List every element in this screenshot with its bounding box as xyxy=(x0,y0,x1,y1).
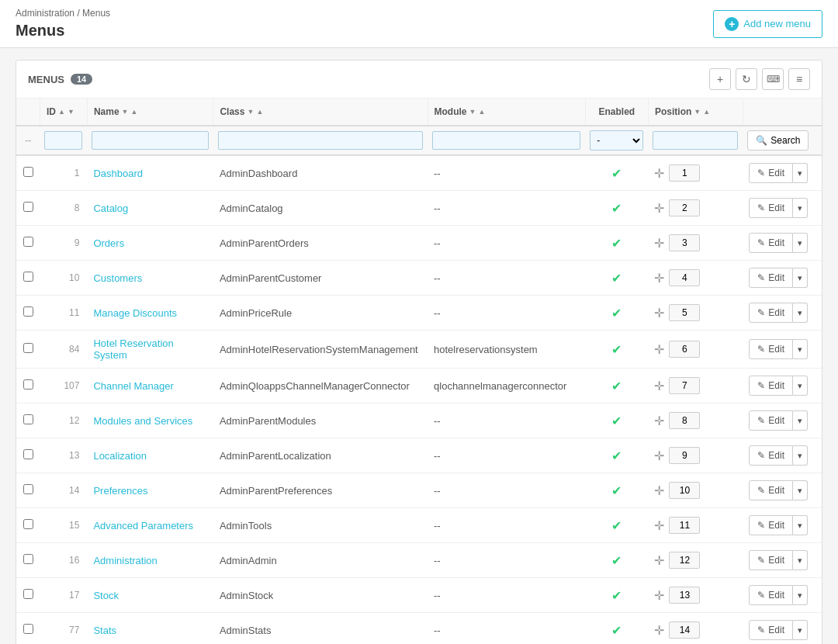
row-name[interactable]: Orders xyxy=(87,226,213,261)
position-input[interactable] xyxy=(669,199,700,216)
edit-dropdown-button[interactable]: ▾ xyxy=(793,268,808,288)
edit-button[interactable]: ✎ Edit xyxy=(749,376,793,396)
drag-handle-icon[interactable]: ✛ xyxy=(654,414,664,428)
row-checkbox[interactable] xyxy=(23,624,33,634)
edit-button[interactable]: ✎ Edit xyxy=(749,233,793,253)
drag-handle-icon[interactable]: ✛ xyxy=(654,518,664,533)
filter-module-input[interactable] xyxy=(432,131,580,150)
filter-id-input[interactable] xyxy=(44,131,82,150)
position-input[interactable] xyxy=(669,621,700,639)
position-input[interactable] xyxy=(669,517,700,534)
edit-button[interactable]: ✎ Edit xyxy=(749,445,793,466)
th-module[interactable]: Module ▼ ▲ xyxy=(428,99,585,126)
row-checkbox[interactable] xyxy=(23,202,33,212)
filter-enabled-select[interactable]: - Yes No xyxy=(590,130,643,151)
drag-handle-icon[interactable]: ✛ xyxy=(654,588,664,603)
edit-button[interactable]: ✎ Edit xyxy=(749,585,793,605)
row-checkbox[interactable] xyxy=(23,343,33,353)
position-input[interactable] xyxy=(669,587,700,604)
th-position[interactable]: Position ▼ ▲ xyxy=(648,99,743,126)
drag-handle-icon[interactable]: ✛ xyxy=(654,271,664,286)
edit-button[interactable]: ✎ Edit xyxy=(749,268,793,288)
edit-dropdown-button[interactable]: ▾ xyxy=(793,163,808,183)
edit-button[interactable]: ✎ Edit xyxy=(749,550,793,570)
th-id[interactable]: ID ▲ ▼ xyxy=(40,99,87,126)
edit-dropdown-button[interactable]: ▾ xyxy=(793,303,808,323)
edit-button[interactable]: ✎ Edit xyxy=(749,198,793,218)
row-checkbox[interactable] xyxy=(23,379,33,390)
row-checkbox[interactable] xyxy=(23,484,33,494)
edit-dropdown-button[interactable]: ▾ xyxy=(793,515,808,535)
edit-button[interactable]: ✎ Edit xyxy=(749,339,793,359)
edit-dropdown-button[interactable]: ▾ xyxy=(793,198,808,218)
position-input[interactable] xyxy=(669,341,700,358)
row-name[interactable]: Channel Manager xyxy=(87,369,213,403)
row-name[interactable]: Customers xyxy=(87,261,213,296)
position-input[interactable] xyxy=(669,377,700,394)
edit-dropdown-button[interactable]: ▾ xyxy=(793,339,808,359)
filter-position-input[interactable] xyxy=(653,131,738,150)
position-input[interactable] xyxy=(669,412,700,429)
row-checkbox[interactable] xyxy=(23,306,33,317)
row-name[interactable]: Modules and Services xyxy=(87,403,213,438)
edit-button[interactable]: ✎ Edit xyxy=(749,410,793,431)
drag-handle-icon[interactable]: ✛ xyxy=(654,306,664,320)
edit-button[interactable]: ✎ Edit xyxy=(749,620,793,640)
position-input[interactable] xyxy=(669,552,700,569)
edit-dropdown-button[interactable]: ▾ xyxy=(793,376,808,396)
row-checkbox[interactable] xyxy=(23,272,33,282)
edit-dropdown-button[interactable]: ▾ xyxy=(793,445,808,466)
row-name[interactable]: Catalog xyxy=(87,191,213,226)
edit-dropdown-button[interactable]: ▾ xyxy=(793,480,808,500)
row-name[interactable]: Advanced Parameters xyxy=(87,508,213,543)
drag-handle-icon[interactable]: ✛ xyxy=(654,201,664,216)
row-checkbox[interactable] xyxy=(23,519,33,529)
row-name[interactable]: Stock xyxy=(87,578,213,613)
filter-class-input[interactable] xyxy=(218,131,423,150)
add-new-menu-button[interactable]: + Add new menu xyxy=(713,10,822,38)
edit-dropdown-button[interactable]: ▾ xyxy=(793,233,808,253)
refresh-button[interactable]: ↻ xyxy=(736,68,757,90)
row-name[interactable]: Hotel Reservation System xyxy=(87,331,213,369)
edit-dropdown-button[interactable]: ▾ xyxy=(793,620,808,640)
th-name[interactable]: Name ▼ ▲ xyxy=(87,99,213,126)
drag-handle-icon[interactable]: ✛ xyxy=(654,166,664,181)
edit-dropdown-button[interactable]: ▾ xyxy=(793,410,808,431)
row-name[interactable]: Preferences xyxy=(87,473,213,508)
row-checkbox[interactable] xyxy=(23,414,33,424)
edit-button[interactable]: ✎ Edit xyxy=(749,515,793,535)
position-input[interactable] xyxy=(669,234,700,251)
drag-handle-icon[interactable]: ✛ xyxy=(654,483,664,498)
position-input[interactable] xyxy=(669,482,700,499)
terminal-button[interactable]: ⌨ xyxy=(762,68,784,90)
row-name[interactable]: Administration xyxy=(87,543,213,578)
row-name[interactable]: Stats xyxy=(87,613,213,645)
filter-name-input[interactable] xyxy=(92,131,209,150)
edit-button[interactable]: ✎ Edit xyxy=(749,163,793,183)
add-icon-button[interactable]: + xyxy=(709,68,731,90)
drag-handle-icon[interactable]: ✛ xyxy=(654,448,664,463)
row-name[interactable]: Manage Discounts xyxy=(87,296,213,331)
search-button[interactable]: 🔍 Search xyxy=(747,130,809,151)
columns-button[interactable]: ≡ xyxy=(788,68,810,90)
position-input[interactable] xyxy=(669,447,700,464)
position-input[interactable] xyxy=(669,304,700,321)
row-checkbox[interactable] xyxy=(23,554,33,564)
position-input[interactable] xyxy=(669,164,700,182)
drag-handle-icon[interactable]: ✛ xyxy=(654,236,664,251)
edit-dropdown-button[interactable]: ▾ xyxy=(793,550,808,570)
th-class[interactable]: Class ▼ ▲ xyxy=(213,99,428,126)
drag-handle-icon[interactable]: ✛ xyxy=(654,553,664,568)
position-input[interactable] xyxy=(669,269,700,286)
drag-handle-icon[interactable]: ✛ xyxy=(654,379,664,393)
row-name[interactable]: Localization xyxy=(87,438,213,473)
drag-handle-icon[interactable]: ✛ xyxy=(654,623,664,638)
row-name[interactable]: Dashboard xyxy=(87,155,213,191)
drag-handle-icon[interactable]: ✛ xyxy=(654,342,664,357)
row-checkbox[interactable] xyxy=(23,167,33,177)
edit-button[interactable]: ✎ Edit xyxy=(749,303,793,323)
edit-dropdown-button[interactable]: ▾ xyxy=(793,585,808,605)
row-checkbox[interactable] xyxy=(23,589,33,599)
edit-button[interactable]: ✎ Edit xyxy=(749,480,793,500)
row-checkbox[interactable] xyxy=(23,237,33,247)
